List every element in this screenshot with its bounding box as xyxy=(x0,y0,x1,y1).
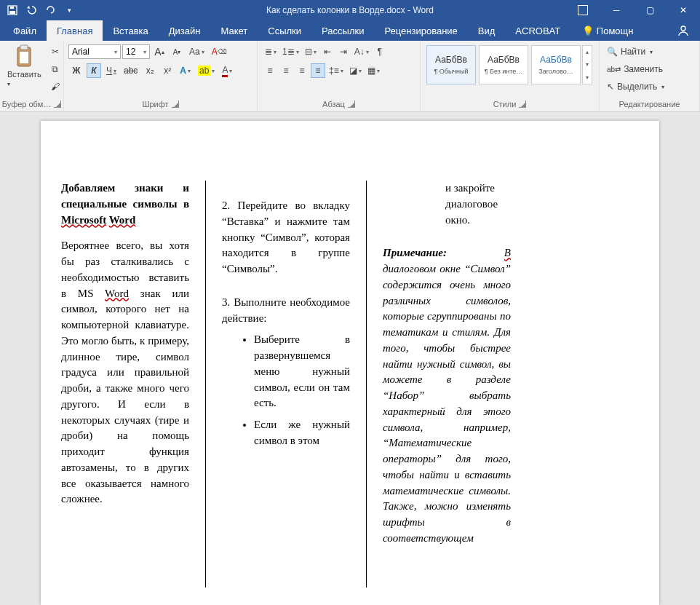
underline-button[interactable]: Ч xyxy=(104,63,119,78)
select-button[interactable]: ↖Выделить▾ xyxy=(604,79,667,95)
change-case-button[interactable]: Aa xyxy=(187,44,207,59)
account-area[interactable] xyxy=(643,20,664,41)
tab-mailings[interactable]: Рассылки xyxy=(311,20,374,41)
note-text[interactable]: Примечание: В диалоговом окне “Символ” с… xyxy=(383,245,511,546)
grow-font-button[interactable]: A▴ xyxy=(152,44,167,59)
clear-formatting-button[interactable]: A⌫ xyxy=(210,44,229,59)
close-button[interactable]: ✕ xyxy=(667,0,700,20)
editing-group-label: Редактирование xyxy=(619,100,680,108)
titlebar: ▾ Как сделать колонки в Ворде.docx - Wor… xyxy=(0,0,700,20)
heading-text[interactable]: Добавляем знаки и специальные символы в … xyxy=(61,181,189,228)
bold-button[interactable]: Ж xyxy=(69,63,84,78)
align-left-button[interactable]: ≡ xyxy=(263,63,277,78)
list-item[interactable]: Если же нужный символ в этом xyxy=(254,417,350,449)
body-text[interactable]: 2. Перейдите во вкладку “Вставка” и нажм… xyxy=(222,198,350,277)
superscript-button[interactable]: x² xyxy=(160,63,175,78)
column-1[interactable]: Добавляем знаки и специальные символы в … xyxy=(61,181,189,588)
clipboard-icon xyxy=(12,45,36,68)
bullets-button[interactable]: ≣ xyxy=(263,44,279,59)
ribbon: Вставить ▾ ✂ ⧉ 🖌 Буфер обм… Arial 12 A▴ … xyxy=(0,41,700,112)
window-title: Как сделать колонки в Ворде.docx - Word xyxy=(266,5,434,15)
user-icon[interactable] xyxy=(664,20,700,41)
style-no-spacing[interactable]: АаБбВв ¶ Без инте… xyxy=(479,45,528,84)
subscript-button[interactable]: x₂ xyxy=(143,63,157,78)
justify-button[interactable]: ≡ xyxy=(311,63,325,78)
style-heading1[interactable]: АаБбВв Заголово… xyxy=(531,45,581,84)
italic-button[interactable]: К xyxy=(87,63,101,78)
column-3[interactable]: и закройте диалоговое окно. Примечание: … xyxy=(383,181,511,588)
maximize-button[interactable]: ▢ xyxy=(633,0,667,20)
tell-me[interactable]: 💡 Помощн xyxy=(572,20,643,41)
styles-more-button[interactable]: ▴▾▾ xyxy=(582,45,592,84)
search-icon: 🔍 xyxy=(607,47,618,57)
tab-acrobat[interactable]: ACROBAT xyxy=(505,20,570,41)
font-size-select[interactable]: 12 xyxy=(122,44,150,59)
tab-layout[interactable]: Макет xyxy=(210,20,258,41)
customize-qat[interactable]: ▾ xyxy=(61,2,77,18)
font-name-select[interactable]: Arial xyxy=(68,44,121,59)
replace-button[interactable]: ab⇄Заменить xyxy=(604,61,666,77)
group-paragraph: ≣ 1≣ ⊟ ⇤ ⇥ A↓ ¶ ≡ ≡ ≡ ≡ ‡≡ ◪ ▦ Абзац xyxy=(258,41,421,111)
font-group-label: Шрифт xyxy=(142,100,168,108)
tab-home[interactable]: Главная xyxy=(47,20,103,41)
increase-indent-button[interactable]: ⇥ xyxy=(336,44,351,59)
cut-button[interactable]: ✂ xyxy=(48,44,63,59)
document-area: Добавляем знаки и специальные символы в … xyxy=(0,112,700,605)
align-center-button[interactable]: ≡ xyxy=(279,63,293,78)
tab-view[interactable]: Вид xyxy=(468,20,506,41)
lightbulb-icon: 💡 xyxy=(582,25,594,36)
paste-button[interactable]: Вставить ▾ xyxy=(4,44,44,89)
ribbon-tabs: Файл Главная Вставка Дизайн Макет Ссылки… xyxy=(0,20,700,41)
svg-rect-2 xyxy=(10,7,14,9)
save-button[interactable] xyxy=(4,2,20,18)
shrink-font-button[interactable]: A▾ xyxy=(170,44,184,59)
style-normal[interactable]: АаБбВв ¶ Обычный xyxy=(426,45,476,84)
paragraph-group-label: Абзац xyxy=(322,100,345,108)
redo-button[interactable] xyxy=(42,2,58,18)
sort-button[interactable]: A↓ xyxy=(352,44,371,59)
tab-review[interactable]: Рецензирование xyxy=(374,20,467,41)
tab-design[interactable]: Дизайн xyxy=(159,20,211,41)
copy-button[interactable]: ⧉ xyxy=(48,62,63,76)
svg-rect-5 xyxy=(20,45,28,50)
cursor-icon: ↖ xyxy=(607,82,614,92)
column-separator-2 xyxy=(366,181,367,588)
body-text[interactable]: Вероятнее всего, вы хотя бы раз сталкива… xyxy=(61,238,189,507)
svg-rect-6 xyxy=(20,52,28,63)
bullet-list[interactable]: Выберите в развернувшемся меню нужный си… xyxy=(222,332,350,448)
minimize-button[interactable]: ─ xyxy=(600,0,633,20)
column-2[interactable]: 2. Перейдите во вкладку “Вставка” и нажм… xyxy=(222,181,350,588)
multilevel-button[interactable]: ⊟ xyxy=(303,44,319,59)
paragraph-launcher[interactable] xyxy=(348,100,355,108)
tab-insert[interactable]: Вставка xyxy=(103,20,158,41)
list-item[interactable]: Выберите в развернувшемся меню нужный си… xyxy=(254,332,350,411)
decrease-indent-button[interactable]: ⇤ xyxy=(320,44,335,59)
tab-file[interactable]: Файл xyxy=(3,20,47,41)
font-color-button[interactable]: A xyxy=(220,63,234,78)
format-painter-button[interactable]: 🖌 xyxy=(48,79,63,94)
line-spacing-button[interactable]: ‡≡ xyxy=(327,63,346,78)
shading-button[interactable]: ◪ xyxy=(347,63,364,78)
clipboard-launcher[interactable] xyxy=(54,100,61,108)
strikethrough-button[interactable]: abc xyxy=(122,63,140,78)
page[interactable]: Добавляем знаки и специальные символы в … xyxy=(41,121,659,605)
group-styles: АаБбВв ¶ Обычный АаБбВв ¶ Без инте… АаБб… xyxy=(421,41,600,111)
text-effects-button[interactable]: A xyxy=(178,63,193,78)
undo-button[interactable] xyxy=(23,2,39,18)
group-font: Arial 12 A▴ A▾ Aa A⌫ Ж К Ч abc x₂ x² A a… xyxy=(64,41,258,111)
highlight-button[interactable]: ab xyxy=(196,63,217,78)
numbering-button[interactable]: 1≣ xyxy=(280,44,301,59)
ribbon-display-options[interactable] xyxy=(566,0,600,20)
show-marks-button[interactable]: ¶ xyxy=(373,44,387,59)
body-text[interactable]: и закройте диалоговое окно. xyxy=(383,181,511,228)
borders-button[interactable]: ▦ xyxy=(365,63,382,78)
font-launcher[interactable] xyxy=(172,100,179,108)
svg-rect-1 xyxy=(9,11,15,14)
tab-references[interactable]: Ссылки xyxy=(258,20,311,41)
group-editing: 🔍Найти▾ ab⇄Заменить ↖Выделить▾ Редактиро… xyxy=(600,41,700,111)
window-controls: ─ ▢ ✕ xyxy=(566,0,700,20)
body-text[interactable]: 3. Выполните необходимое действие: xyxy=(222,295,350,327)
align-right-button[interactable]: ≡ xyxy=(295,63,309,78)
find-button[interactable]: 🔍Найти▾ xyxy=(604,44,656,60)
styles-launcher[interactable] xyxy=(519,100,526,108)
